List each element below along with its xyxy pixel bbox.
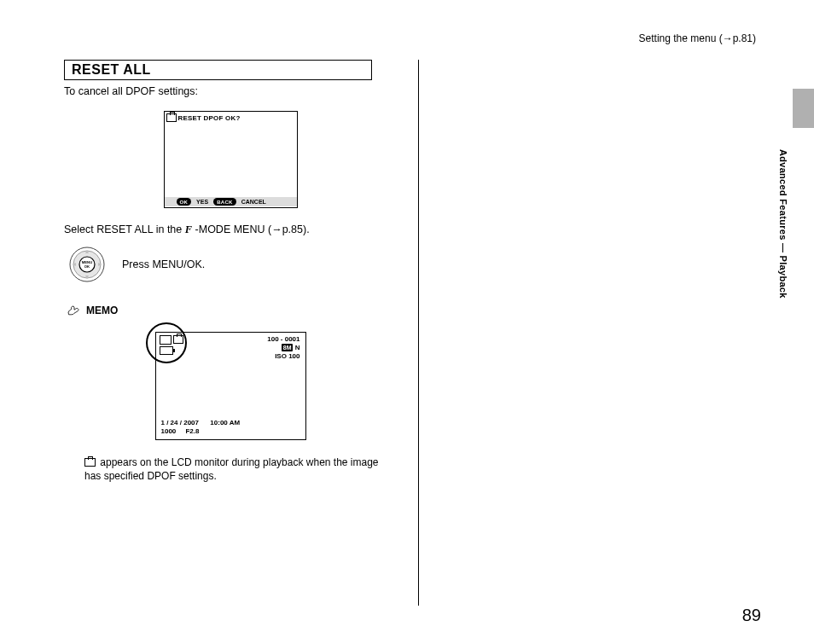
lcd-prompt: RESET DPOF OK? — [166, 113, 241, 122]
lcd-prompt-text: RESET DPOF OK? — [178, 114, 241, 122]
iso-value: ISO 100 — [267, 352, 299, 361]
left-column: RESET ALL To cancel all DPOF settings: R… — [64, 60, 418, 606]
ok-pill: OK — [177, 198, 192, 206]
lcd-top-right-info: 100 - 0001 8M N ISO 100 — [267, 335, 299, 361]
menu-ok-dial-icon: MENU OK — [69, 247, 105, 282]
capture-time: 10:00 AM — [210, 419, 240, 426]
section-title: RESET ALL — [64, 60, 372, 80]
column-divider — [418, 60, 419, 606]
manual-page: Setting the menu (→p.81) RESET ALL To ca… — [0, 0, 814, 644]
lcd-button-bar: OK YES BACK CANCEL — [165, 197, 297, 206]
dpof-icon — [166, 113, 177, 122]
press-row: MENU OK Press MENU/OK. — [69, 247, 397, 282]
memo-heading-text: MEMO — [86, 305, 118, 316]
svg-text:OK: OK — [84, 264, 90, 269]
capture-date: 1 / 24 / 2007 — [161, 419, 199, 426]
section-side-label: Advanced Features — Playback — [778, 149, 788, 380]
ok-label: YES — [196, 199, 208, 205]
section-intro: To cancel all DPOF settings: — [64, 85, 397, 97]
camera-lcd-confirm: RESET DPOF OK? OK YES BACK CANCEL — [164, 111, 298, 208]
image-size-badge: 8M — [282, 344, 294, 351]
lcd-bottom-left-info: 1 / 24 / 2007 10:00 AM 1000 F2.8 — [161, 419, 241, 436]
f-mode-glyph: F — [185, 223, 192, 235]
memo-hand-icon — [67, 305, 81, 316]
memo-body: appears on the LCD monitor during playba… — [84, 455, 397, 483]
battery-icon — [160, 346, 173, 355]
lcd-top-left-icons — [160, 335, 183, 355]
page-number: 89 — [742, 606, 761, 625]
back-pill: BACK — [213, 198, 236, 206]
instruction-line: Select RESET ALL in the F -MODE MENU (→p… — [64, 223, 397, 236]
play-icon — [160, 335, 172, 345]
instr-prefix: Select RESET ALL in the — [64, 223, 185, 235]
memo-heading: MEMO — [67, 305, 397, 316]
instr-suffix: -MODE MENU (→p.85). — [192, 223, 310, 235]
shutter-speed: 1000 — [161, 427, 177, 435]
back-label: CANCEL — [241, 199, 266, 205]
image-size-n: N — [295, 344, 300, 351]
frame-number: 100 - 0001 — [267, 335, 299, 344]
aperture: F2.8 — [185, 427, 199, 435]
page-header: Setting the menu (→p.81) — [64, 32, 763, 44]
thumb-tab — [793, 89, 814, 128]
dpof-icon — [173, 335, 183, 344]
camera-lcd-playback: 100 - 0001 8M N ISO 100 1 / 24 / 2007 10… — [155, 332, 306, 440]
dpof-icon — [84, 458, 96, 467]
memo-body-text: appears on the LCD monitor during playba… — [84, 456, 379, 482]
content-columns: RESET ALL To cancel all DPOF settings: R… — [64, 60, 763, 606]
press-text: Press MENU/OK. — [122, 258, 205, 270]
